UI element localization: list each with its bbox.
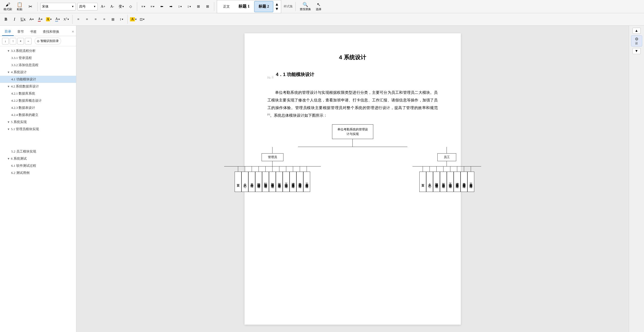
- line-space2-btn[interactable]: ↕▼: [118, 16, 125, 23]
- text-dir-btn[interactable]: ↕▼: [176, 3, 184, 10]
- emp-child-gongzi: 工资信息管理: [467, 167, 474, 192]
- style-normal[interactable]: 正文: [219, 1, 234, 12]
- find-replace-btn[interactable]: 🔍 查找替换: [298, 1, 312, 12]
- admin-label-qingjia: 请假信息管理: [291, 180, 295, 183]
- border-type-btn[interactable]: ⊡▼: [138, 16, 146, 23]
- toc-item-5-2[interactable]: 5.2 员工模块实现: [0, 148, 76, 155]
- doc-area[interactable]: 4 系统设计 H₂ ⠿ 4．1 功能模块设计 单位考勤系统的管理设计与实现根据权…: [76, 26, 629, 332]
- align-left-icon: ⬅: [160, 4, 163, 9]
- tab-chapter[interactable]: 章节: [15, 28, 26, 36]
- toc-label-4-2-3: 4.2.3 数据表设计: [11, 105, 35, 110]
- org-employee-box: 员工: [437, 153, 456, 161]
- highlight-btn[interactable]: A▼: [45, 16, 53, 23]
- toc-nav-down[interactable]: ↓: [2, 38, 9, 44]
- toc-item-5-1[interactable]: ▼ 5.1 管理员模块实现: [0, 126, 76, 133]
- font-size-selector[interactable]: 四号 ▼: [77, 3, 98, 10]
- toc-item-3-3-1[interactable]: 3.3.1 登录流程: [0, 54, 76, 62]
- emp-child-shouye: 首页: [419, 167, 426, 192]
- font-color-btn[interactable]: A▼: [37, 16, 44, 23]
- toc-item-3-3-2[interactable]: 3.3.2 添加信息流程: [0, 62, 76, 69]
- toc-item-4-2-4[interactable]: 4.2.4 数据表的建立: [0, 111, 76, 118]
- para-justify-icon: ≡: [103, 17, 105, 21]
- borders-btn[interactable]: ⊞: [195, 3, 202, 10]
- toc-item-5[interactable]: ▼ 5 系统实现: [0, 118, 76, 126]
- toc-nav-remove[interactable]: −: [25, 38, 32, 44]
- toc-item-6[interactable]: ▼ 6 系统测试: [0, 155, 76, 162]
- select-btn[interactable]: ↖ 选择: [314, 1, 323, 12]
- toc-item-4-2-1[interactable]: 4.2.1 数据库系统: [0, 90, 76, 97]
- decrease-font-btn[interactable]: A-: [108, 3, 116, 10]
- paste-btn[interactable]: 📋 粘贴: [15, 1, 24, 12]
- borders-icon: ⊞: [197, 4, 200, 9]
- admin-label-gongzuo: 工作汇报管理: [284, 180, 288, 183]
- font-name-selector[interactable]: 宋体 ▼: [40, 3, 76, 10]
- admin-box-geren: 个人中心: [241, 172, 248, 192]
- toc-content: ▼ 3.3 系统流程分析 3.3.1 登录流程 3.3.2 添加信息流程 ▼ 4…: [0, 46, 76, 332]
- font-transform-icon: 变: [119, 4, 122, 9]
- ordered-list-btn[interactable]: ≡▼: [149, 3, 156, 10]
- ls2-arrow: ▼: [121, 18, 124, 21]
- toc-item-4-2[interactable]: ▼ 4.2 系统数据库设计: [0, 83, 76, 90]
- admin-box-qingjia: 请假信息管理: [290, 172, 296, 192]
- align-right-btn[interactable]: ➡: [167, 3, 175, 10]
- bold-btn[interactable]: B: [2, 16, 10, 23]
- admin-child-daka: 打卡信息管理: [276, 167, 283, 192]
- admin-box-jiaban: 加班申请管理: [269, 172, 276, 192]
- admin-label-jiaban: 加班申请管理: [270, 180, 275, 183]
- tab-find-replace[interactable]: 查找和替换: [40, 28, 62, 36]
- style-set-btn[interactable]: 样式集: [284, 4, 293, 9]
- toc-nav-up[interactable]: ↑: [10, 38, 16, 44]
- toc-item-6-1[interactable]: 6.1 软件测试过程: [0, 162, 76, 169]
- italic-btn[interactable]: I: [11, 16, 18, 23]
- admin-box-gongzuo: 工作汇报管理: [283, 172, 290, 192]
- increase-font-btn[interactable]: A+: [99, 3, 107, 10]
- clear-format-btn[interactable]: ◇: [127, 3, 134, 10]
- style-normal-label: 正文: [223, 4, 230, 9]
- col-layout-btn[interactable]: ⊞: [109, 16, 117, 23]
- scroll-down-btn[interactable]: ▼: [633, 48, 641, 54]
- style-h2[interactable]: 标题 2: [254, 1, 273, 12]
- underline-btn[interactable]: U▼: [19, 16, 27, 23]
- format-painter-btn[interactable]: 🖌 格式刷: [2, 1, 13, 12]
- unordered-list-btn[interactable]: ≡▼: [140, 3, 147, 10]
- increase-font-icon: A+: [101, 5, 105, 9]
- right-panel: ▲ ⚙ 设 ▼: [629, 26, 644, 332]
- para-align-left-btn[interactable]: ≡: [75, 16, 82, 23]
- para-shade-btn[interactable]: A▼: [130, 16, 137, 23]
- para-justify-btn[interactable]: ≡: [101, 16, 108, 23]
- toc-item-3-3[interactable]: ▼ 3.3 系统流程分析: [0, 47, 76, 54]
- para-align-right-btn[interactable]: ≡: [92, 16, 99, 23]
- tab-toc[interactable]: 目录: [2, 28, 14, 36]
- select-icon: ↖: [317, 2, 321, 7]
- toc-nav-add[interactable]: +: [17, 38, 24, 44]
- panel-close-btn[interactable]: ×: [72, 29, 74, 34]
- font-size-dropdown-icon: ▼: [93, 5, 96, 8]
- toc-label-3-3-2: 3.3.2 添加信息流程: [11, 63, 38, 67]
- toc-item-4-2-2[interactable]: 4.2.2 数据库概念设计: [0, 97, 76, 104]
- toc-item-4-2-3[interactable]: 4.2.3 数据表设计: [0, 104, 76, 111]
- strikethrough-btn[interactable]: A̶▼: [28, 16, 36, 23]
- superscript-btn[interactable]: X2▼: [63, 16, 70, 23]
- toc-item-4-1[interactable]: 4.1 功能模块设计: [0, 76, 76, 83]
- toc-arrow-5: ▼: [7, 120, 10, 124]
- e-daka-vline: [443, 167, 443, 172]
- toc-label-4-2: 4.2 系统数据库设计: [11, 84, 39, 89]
- settings-btn[interactable]: ⚙ 设: [631, 35, 642, 47]
- scroll-up-btn[interactable]: ▲: [633, 28, 641, 34]
- font-bg-btn[interactable]: A▼: [54, 16, 62, 23]
- style-h1[interactable]: 标题 1: [234, 1, 254, 12]
- tab-bookmark[interactable]: 书签: [27, 28, 39, 36]
- align-left-btn[interactable]: ⬅: [158, 3, 166, 10]
- para-align-center-btn[interactable]: ≡: [83, 16, 91, 23]
- toc-item-6-2[interactable]: 6.2 测试用例: [0, 169, 76, 176]
- line-spacing-btn[interactable]: ↕▼: [185, 3, 193, 10]
- insert-table-btn[interactable]: ⊞: [204, 3, 211, 10]
- toc-arrow-6: ▼: [7, 157, 10, 160]
- toc-item-4[interactable]: ▼ 4 系统设计: [0, 69, 76, 76]
- style-more-arrow[interactable]: ▲▼: [275, 2, 279, 11]
- cut-btn[interactable]: ✂: [26, 3, 35, 10]
- smart-toc-btn[interactable]: ⊙ 智能识别目录: [35, 38, 61, 44]
- toc-spacer: [0, 133, 76, 148]
- toc-label-6-1: 6.1 软件测试过程: [11, 163, 36, 168]
- font-transform-btn[interactable]: 变▼: [118, 3, 125, 10]
